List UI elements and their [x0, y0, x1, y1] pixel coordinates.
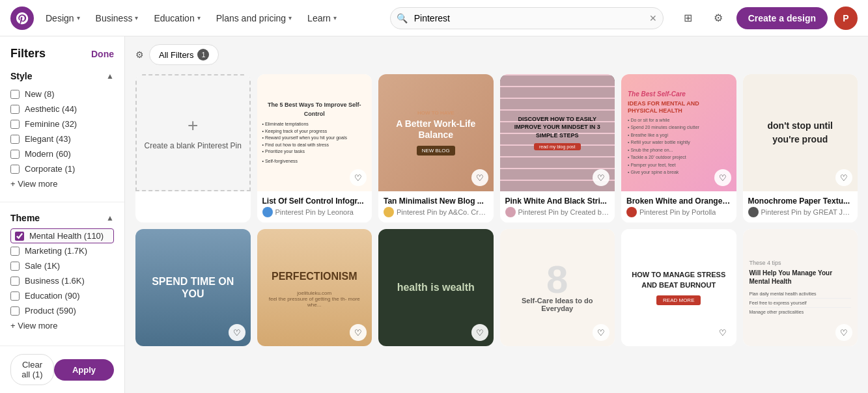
pin-stress-card[interactable]: HOW TO MANAGE STRESS AND BEAT BURNOUT RE…: [621, 229, 736, 346]
create-design-button[interactable]: Create a design: [736, 7, 828, 29]
filter-new-checkbox[interactable]: [10, 90, 20, 99]
pin-mono-card[interactable]: don't stop until you're proud ♡ Monochro…: [743, 74, 858, 223]
filter-corporate-label: Corporate (1): [25, 164, 75, 174]
pin-stress-thumb: HOW TO MANAGE STRESS AND BEAT BURNOUT RE…: [621, 229, 736, 346]
apps-icon[interactable]: ⊞: [677, 7, 700, 30]
pin-stress-title: HOW TO MANAGE STRESS AND BEAT BURNOUT: [629, 270, 729, 290]
pin-eight-text: Self-Care Ideas to do Everyday: [500, 294, 615, 315]
heart-button[interactable]: ♡: [471, 169, 488, 186]
pin-grid-row2: SPEND TIME ON YOU ♡ PERFECTIONISM joelit…: [135, 229, 858, 346]
filter-corporate-checkbox[interactable]: [10, 165, 20, 174]
style-view-more[interactable]: + View more: [10, 176, 114, 191]
nav-plans-pricing[interactable]: Plans and pricing ▾: [210, 9, 298, 27]
filter-sale-checkbox[interactable]: [10, 262, 20, 271]
create-blank-card[interactable]: + Create a blank Pinterest Pin: [135, 74, 251, 223]
apply-button[interactable]: Apply: [54, 359, 114, 381]
filter-sale[interactable]: Sale (1K): [10, 258, 114, 273]
filter-mental-health-checkbox[interactable]: [15, 232, 24, 241]
filter-new[interactable]: New (8): [10, 87, 114, 102]
heart-button[interactable]: ♡: [350, 169, 367, 186]
heart-button[interactable]: ♡: [835, 324, 852, 341]
pin-blog-card[interactable]: HOW TO HAVE A Better Work-Life Balance N…: [378, 74, 494, 223]
search-clear-icon[interactable]: ✕: [649, 13, 657, 23]
filter-elegant-checkbox[interactable]: [10, 135, 20, 144]
heart-button[interactable]: ♡: [714, 169, 731, 186]
nav-education[interactable]: Education ▾: [147, 9, 206, 27]
heart-button[interactable]: ♡: [229, 324, 245, 341]
heart-button[interactable]: ♡: [471, 324, 488, 341]
pin-perf-card[interactable]: PERFECTIONISM joelituleku.comfeel the pr…: [257, 229, 372, 346]
pin-selfcare-card[interactable]: The Best Self-Care IDEAS FOR MENTAL AND …: [621, 74, 736, 223]
filter-business-label: Business (1.6K): [25, 276, 85, 286]
heart-button[interactable]: ♡: [714, 324, 731, 341]
pin-author: Pinterest Pin by Leonora: [275, 208, 354, 216]
style-chevron-icon: ▲: [106, 72, 114, 81]
pin-name: List Of Self Control Infogr...: [262, 197, 367, 206]
chevron-down-icon: ▾: [288, 14, 292, 21]
all-filters-badge[interactable]: All Filters 1: [149, 44, 219, 65]
style-label: Style: [10, 71, 32, 81]
pin-perf-thumb: PERFECTIONISM joelituleku.comfeel the pr…: [257, 229, 372, 346]
author-avatar: [384, 207, 394, 217]
pin-tips-thumb: These 4 tips Will Help You Manage Your M…: [743, 229, 858, 346]
sidebar-done-button[interactable]: Done: [91, 49, 114, 59]
nav-design[interactable]: Design ▾: [39, 9, 87, 27]
filter-business[interactable]: Business (1.6K): [10, 273, 114, 288]
pin-tips-card[interactable]: These 4 tips Will Help You Manage Your M…: [743, 229, 858, 346]
filter-marketing[interactable]: Marketing (1.7K): [10, 243, 114, 258]
top-nav: Design ▾ Business ▾ Education ▾ Plans an…: [0, 0, 868, 36]
chevron-down-icon: ▾: [135, 14, 138, 21]
chevron-down-icon: ▾: [333, 14, 337, 21]
filter-marketing-label: Marketing (1.7K): [25, 246, 87, 256]
filter-elegant-label: Elegant (43): [25, 134, 71, 144]
pin-tips-badge: These 4 tips: [749, 260, 781, 266]
filter-mental-health[interactable]: Mental Health (110): [10, 228, 114, 243]
pin-spend-card[interactable]: SPEND TIME ON YOU ♡: [135, 229, 251, 346]
heart-button[interactable]: ♡: [593, 169, 609, 186]
pin-self-control-card[interactable]: The 5 Best Ways To Improve Self-Control …: [257, 74, 372, 223]
filter-modern[interactable]: Modern (60): [10, 146, 114, 161]
pin-self-control-item5: • Prioritize your tasks: [262, 148, 367, 156]
filter-mental-health-label: Mental Health (110): [29, 231, 104, 241]
search-icon: 🔍: [397, 13, 408, 23]
search-bar: 🔍 Pinterest ✕: [390, 7, 664, 29]
pin-health-card[interactable]: health is wealth ♡: [378, 229, 494, 346]
theme-section-header[interactable]: Theme ▲: [10, 213, 114, 223]
filter-education-checkbox[interactable]: [10, 291, 20, 301]
filter-education[interactable]: Education (90): [10, 288, 114, 303]
filter-corporate[interactable]: Corporate (1): [10, 161, 114, 176]
filter-business-checkbox[interactable]: [10, 277, 20, 286]
heart-button[interactable]: ♡: [835, 169, 852, 186]
filter-aesthetic-checkbox[interactable]: [10, 105, 20, 114]
filter-marketing-checkbox[interactable]: [10, 247, 20, 256]
pin-self-control-title: The 5 Best Ways To Improve Self-Control: [262, 101, 367, 118]
nav-business[interactable]: Business ▾: [89, 9, 145, 27]
filter-feminine-checkbox[interactable]: [10, 120, 20, 129]
heart-button[interactable]: ♡: [593, 324, 609, 341]
clear-all-button[interactable]: Clear all (1): [10, 354, 54, 385]
pin-mindset-card[interactable]: DISCOVER HOW TO EASILY IMPROVE YOUR MIND…: [500, 74, 615, 223]
pin-author-row: Pinterest Pin by A&Co. Creative: [384, 207, 488, 217]
pin-eight-card[interactable]: 8 Self-Care Ideas to do Everyday ♡: [500, 229, 615, 346]
theme-chevron-icon: ▲: [106, 213, 114, 223]
filter-aesthetic-label: Aesthetic (44): [25, 104, 77, 114]
filter-product[interactable]: Product (590): [10, 303, 114, 318]
heart-button[interactable]: ♡: [350, 324, 367, 341]
theme-view-more[interactable]: + View more: [10, 318, 114, 333]
logo[interactable]: [10, 7, 34, 30]
filter-feminine[interactable]: Feminine (32): [10, 116, 114, 131]
pin-name: Broken White and Orange ...: [626, 197, 731, 206]
pin-name: Pink White And Black Stri...: [505, 197, 610, 206]
search-input[interactable]: Pinterest: [390, 7, 664, 29]
nav-learn[interactable]: Learn ▾: [301, 9, 343, 27]
pin-mindset-text: DISCOVER HOW TO EASILY IMPROVE YOUR MIND…: [508, 115, 608, 140]
filter-product-checkbox[interactable]: [10, 306, 20, 316]
settings-icon[interactable]: ⚙: [707, 7, 730, 30]
pin-tips-item1: Plan daily mental health activities: [749, 290, 852, 299]
avatar[interactable]: P: [834, 7, 858, 30]
style-section-header[interactable]: Style ▲: [10, 71, 114, 81]
filter-aesthetic[interactable]: Aesthetic (44): [10, 102, 114, 116]
filter-modern-checkbox[interactable]: [10, 150, 20, 159]
theme-section: Theme ▲ Mental Health (110) Marketing (1…: [0, 208, 124, 338]
filter-elegant[interactable]: Elegant (43): [10, 131, 114, 146]
